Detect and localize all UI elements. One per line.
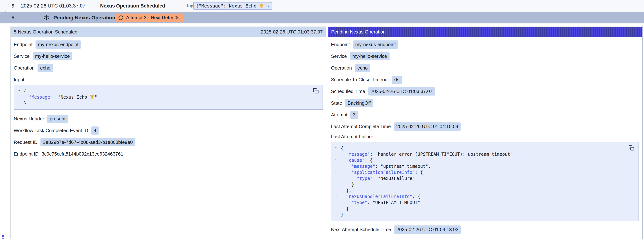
json-line: "Message": "Nexus Echo " bbox=[18, 94, 319, 100]
detail-row: Workflow Task Completed Event ID 4 bbox=[14, 126, 323, 135]
detail-row: Endpoint ID 3c0c75ccfa8144b092c13ce63246… bbox=[14, 150, 323, 158]
detail-value-chip: 2025-02-26 UTC 01:04:13.93 bbox=[394, 226, 461, 234]
detail-row: Endpoint my-nexus-endpoint bbox=[331, 40, 638, 49]
failure-json-block: {"message": "handler error (UPSTREAM_TIM… bbox=[331, 142, 638, 221]
json-line: "type": "NexusFailure" bbox=[335, 176, 635, 182]
event-detail-panel-scheduled: 5 Nexus Operation Scheduled 2025-02-26 U… bbox=[10, 26, 326, 239]
pending-panel-header: Pending Nexus Operation bbox=[328, 27, 642, 37]
json-line: } bbox=[335, 206, 635, 212]
endpoint-id-link[interactable]: 3c0c75ccfa8144b092c13ce632463761 bbox=[42, 150, 124, 158]
event-id-link[interactable]: 5 bbox=[12, 3, 14, 8]
collapse-chevron-icon[interactable] bbox=[335, 145, 341, 149]
detail-value-chip: my-hello-service bbox=[350, 52, 390, 60]
detail-label: Next Attempt Schedule Time bbox=[331, 227, 391, 232]
detail-value-chip: 0s bbox=[392, 76, 402, 84]
detail-value-chip: echo bbox=[355, 64, 370, 72]
json-line: "nexusHandlerFailureInfo": { bbox=[335, 194, 635, 200]
detail-label: Schedule To Close Timeout bbox=[331, 77, 389, 82]
event-timestamp: 2025-02-26 UTC 01:03:37.07 bbox=[21, 3, 85, 8]
scrollbar[interactable] bbox=[642, 26, 643, 239]
detail-value-chip: BackingOff bbox=[345, 99, 374, 107]
detail-value-chip: my-nexus-endpoint bbox=[353, 40, 398, 49]
detail-label: State bbox=[331, 100, 342, 106]
input-json-block: {"Message": "Nexus Echo "} bbox=[14, 85, 323, 110]
pending-detail-rows: Endpoint my-nexus-endpoint Service my-he… bbox=[331, 40, 638, 131]
detail-row: Service my-hello-service bbox=[331, 52, 638, 60]
timeline-dashed-line-bottom bbox=[2, 235, 4, 239]
scheduled-panel-title: 5 Nexus Operation Scheduled bbox=[14, 29, 78, 35]
retry-icon bbox=[118, 15, 124, 20]
wave-emoji-icon bbox=[90, 94, 94, 100]
detail-row: Endpoint my-nexus-endpoint bbox=[14, 40, 323, 49]
json-line: "applicationFailureInfo": { bbox=[335, 170, 635, 176]
collapse-chevron-icon[interactable] bbox=[335, 194, 341, 198]
event-title: Nexus Operation Scheduled bbox=[100, 3, 165, 8]
json-line: "cause": { bbox=[335, 158, 635, 164]
pending-panel-title: Pending Nexus Operation bbox=[331, 29, 386, 35]
json-line: } bbox=[335, 182, 635, 188]
copy-button[interactable] bbox=[628, 145, 634, 151]
input-section-label: Input bbox=[14, 77, 323, 82]
copy-button[interactable] bbox=[313, 88, 319, 94]
detail-label: Endpoint ID bbox=[14, 151, 39, 157]
json-line: "message": "upstream timeout", bbox=[335, 164, 635, 170]
json-line: { bbox=[18, 88, 319, 94]
pending-event-id-link[interactable]: 5 bbox=[12, 15, 14, 20]
retry-badge-text: Attempt 3 · Next Retry 0s bbox=[126, 15, 180, 20]
asterisk-icon bbox=[43, 14, 50, 22]
detail-row: Operation echo bbox=[14, 64, 323, 72]
detail-row: Last Attempt Complete Time 2025-02-26 UT… bbox=[331, 122, 638, 131]
detail-value-chip: 4 bbox=[91, 126, 99, 135]
detail-value-chip: present bbox=[47, 115, 68, 123]
detail-value-chip: 2025-02-26 UTC 01:04:10.09 bbox=[394, 122, 461, 131]
scheduled-detail-rows: Endpoint my-nexus-endpoint Service my-he… bbox=[14, 40, 323, 72]
detail-row: Scheduled Time 2025-02-26 UTC 01:03:37.0… bbox=[331, 87, 638, 96]
detail-row: State BackingOff bbox=[331, 99, 638, 107]
pending-title: Pending Nexus Operation bbox=[54, 15, 115, 21]
json-line: }, bbox=[335, 188, 635, 194]
scheduled-detail-rows-bottom: Nexus Header present Workflow Task Compl… bbox=[14, 114, 323, 158]
detail-label: Attempt bbox=[331, 112, 348, 118]
detail-label: Operation bbox=[14, 65, 34, 71]
detail-label: Service bbox=[14, 54, 30, 59]
detail-label: Service bbox=[331, 54, 347, 59]
detail-row: Next Attempt Schedule Time 2025-02-26 UT… bbox=[331, 225, 638, 234]
wave-emoji-icon bbox=[259, 3, 264, 8]
history-row-pending[interactable]: 5 Pending Nexus Operation Attempt 3 · Ne… bbox=[0, 12, 644, 24]
detail-label: Last Attempt Complete Time bbox=[331, 124, 391, 130]
detail-label: Request ID bbox=[14, 140, 38, 145]
detail-value-chip: 2025-02-26 UTC 01:03:37.07 bbox=[368, 87, 435, 96]
retry-badge: Attempt 3 · Next Retry 0s bbox=[115, 14, 183, 22]
detail-row: Operation echo bbox=[331, 64, 638, 72]
collapse-chevron-icon[interactable] bbox=[335, 170, 341, 174]
failure-section-label: Last Attempt Failure bbox=[331, 134, 638, 140]
detail-value-chip: my-hello-service bbox=[32, 52, 72, 60]
pending-operation-panel: Pending Nexus Operation Endpoint my-nexu… bbox=[328, 26, 642, 239]
detail-value-chip: 3e829b7e-7d67-4b08-aad3-b1e868bfe9e0 bbox=[40, 138, 135, 146]
json-line: } bbox=[18, 100, 319, 106]
detail-value-chip: echo bbox=[38, 64, 53, 72]
detail-label: Endpoint bbox=[331, 42, 350, 48]
detail-label: Workflow Task Completed Event ID bbox=[14, 128, 88, 134]
workflow-history-view: 5 2025-02-26 UTC 01:03:37.07 Nexus Opera… bbox=[0, 0, 644, 239]
detail-label: Endpoint bbox=[14, 42, 32, 48]
collapse-chevron-icon[interactable] bbox=[18, 88, 24, 92]
detail-value-chip: my-nexus-endpoint bbox=[36, 40, 81, 49]
history-row-scheduled[interactable]: 5 2025-02-26 UTC 01:03:37.07 Nexus Opera… bbox=[0, 0, 644, 12]
detail-row: Schedule To Close Timeout 0s bbox=[331, 76, 638, 84]
input-preview-chip[interactable]: {"Message":"Nexus Echo "} bbox=[193, 2, 272, 10]
detail-row: Service my-hello-service bbox=[14, 52, 323, 60]
json-line: "message": "handler error (UPSTREAM_TIME… bbox=[335, 151, 635, 158]
pending-detail-rows-bottom: Next Attempt Schedule Time 2025-02-26 UT… bbox=[331, 225, 638, 234]
detail-value-chip: 3 bbox=[350, 111, 358, 119]
json-line: { bbox=[335, 145, 635, 151]
json-line: } bbox=[335, 212, 635, 218]
detail-row: Nexus Header present bbox=[14, 114, 323, 123]
detail-label: Nexus Header bbox=[14, 116, 44, 122]
scheduled-panel-header: 5 Nexus Operation Scheduled 2025-02-26 U… bbox=[10, 27, 326, 37]
scheduled-panel-timestamp: 2025-02-26 UTC 01:03:37.07 bbox=[261, 29, 323, 35]
json-line: "type": "UPSTREAM_TIMEOUT" bbox=[335, 200, 635, 206]
detail-label: Operation bbox=[331, 65, 352, 71]
collapse-chevron-icon[interactable] bbox=[335, 158, 341, 162]
detail-label: Scheduled Time bbox=[331, 88, 365, 94]
